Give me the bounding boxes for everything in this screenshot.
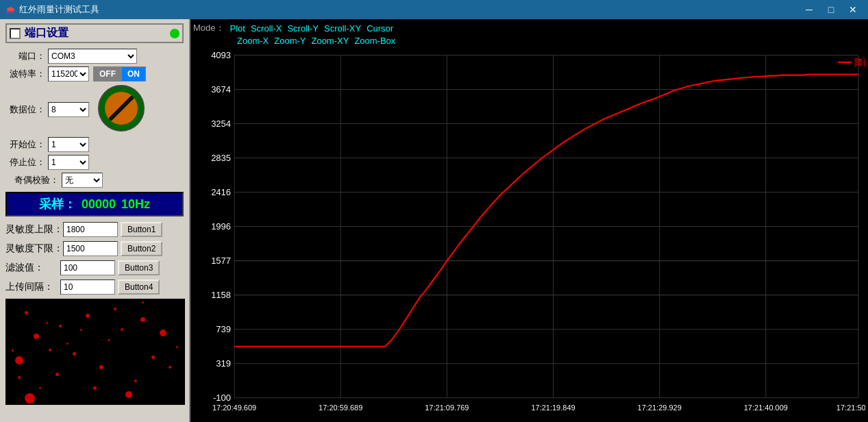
scatter-dot	[86, 314, 90, 318]
main-layout: 端口设置 端口： COM3 COM1 COM2 COM4 波特率： 115200…	[0, 19, 868, 422]
filter-input[interactable]	[60, 260, 115, 275]
svg-text:17:21:19.849: 17:21:19.849	[531, 404, 575, 412]
databits-row: 数据位： 8 7	[5, 84, 184, 134]
parity-select[interactable]: 无 奇 偶	[62, 173, 103, 188]
scatter-dot	[108, 339, 110, 341]
mode-scroll-y[interactable]: Scroll-Y	[287, 23, 319, 34]
filter-label: 滤波值：	[5, 262, 60, 274]
scatter-dot	[169, 366, 171, 369]
toggle-off[interactable]: OFF	[94, 67, 122, 81]
sampling-freq: 10Hz	[121, 197, 150, 212]
stopbit-row: 停止位： 1 2	[5, 155, 184, 170]
title-bar-buttons: ─ □ ✕	[799, 1, 863, 18]
toolbar-row1: Mode： Plot Scroll-X Scroll-Y Scroll-XY C…	[193, 22, 865, 34]
stopbit-select[interactable]: 1 2	[48, 155, 89, 170]
port-select[interactable]: COM3 COM1 COM2 COM4	[48, 49, 137, 64]
port-label: 端口：	[5, 50, 45, 62]
mode-cursor[interactable]: Cursor	[367, 23, 393, 34]
upload-interval-row: 上传间隔： Button4	[5, 280, 184, 295]
scatter-dot	[140, 317, 145, 322]
port-checkbox[interactable]	[10, 28, 21, 39]
onoff-toggle[interactable]: OFF ON	[93, 66, 146, 82]
mode-scroll-xy[interactable]: Scroll-XY	[324, 23, 361, 34]
app-title: 红外雨量计测试工具	[19, 3, 99, 16]
databits-label: 数据位：	[5, 103, 45, 116]
dial-svg	[97, 84, 145, 132]
scatter-dot	[125, 391, 132, 398]
scatter-dot	[80, 329, 82, 331]
svg-text:降雨量: 降雨量	[854, 58, 865, 68]
title-bar: 🌧 红外雨量计测试工具 ─ □ ✕	[0, 0, 868, 19]
mode-zoom-box[interactable]: Zoom-Box	[354, 36, 395, 46]
scatter-dot	[46, 322, 48, 324]
mode-zoom-y[interactable]: Zoom-Y	[274, 36, 306, 46]
left-panel: 端口设置 端口： COM3 COM1 COM2 COM4 波特率： 115200…	[0, 19, 190, 422]
svg-text:319: 319	[216, 358, 231, 369]
close-button[interactable]: ✕	[843, 1, 863, 18]
scatter-dot	[121, 328, 123, 331]
scatter-dot	[114, 308, 116, 310]
button4[interactable]: Button4	[118, 280, 160, 295]
scatter-dot	[25, 311, 28, 314]
scatter-dot	[93, 386, 97, 390]
scatter-dot	[151, 356, 155, 359]
databits-select[interactable]: 8 7	[48, 102, 89, 117]
startbit-select[interactable]: 1 0	[48, 137, 89, 152]
scatter-dot	[73, 352, 76, 356]
upload-interval-input[interactable]	[60, 280, 115, 295]
port-row: 端口： COM3 COM1 COM2 COM4	[5, 49, 184, 64]
chart-area: 4093 3674 3254 2835 2416 1996 1577 1158 …	[193, 48, 865, 419]
button1[interactable]: Button1	[121, 222, 162, 237]
scatter-plot	[5, 299, 185, 405]
scatter-dot	[59, 325, 62, 327]
mode-zoom-xy[interactable]: Zoom-XY	[311, 36, 349, 46]
svg-text:3254: 3254	[211, 118, 231, 128]
scatter-dot	[160, 330, 166, 336]
sampling-label: 采样：	[39, 196, 76, 212]
svg-text:17:21:29.929: 17:21:29.929	[638, 404, 682, 412]
toggle-on[interactable]: ON	[122, 67, 145, 81]
stopbit-label: 停止位：	[5, 156, 45, 169]
svg-text:17:20:59.689: 17:20:59.689	[319, 404, 362, 412]
mode-label: Mode：	[193, 22, 225, 34]
baudrate-label: 波特率：	[5, 68, 45, 80]
svg-text:17:21:50.089: 17:21:50.089	[836, 404, 865, 412]
section-title: 端口设置	[25, 26, 69, 40]
maximize-button[interactable]: □	[821, 1, 841, 18]
scatter-dot	[49, 349, 51, 351]
startbit-label: 开始位：	[5, 138, 45, 151]
filter-row: 滤波值： Button3	[5, 260, 184, 275]
startbit-row: 开始位： 1 0	[5, 137, 184, 152]
scatter-dot	[18, 376, 21, 379]
svg-text:2835: 2835	[211, 152, 231, 162]
dial-wrapper	[97, 84, 145, 134]
minimize-button[interactable]: ─	[799, 1, 819, 18]
svg-text:739: 739	[216, 324, 231, 334]
status-indicator	[170, 29, 179, 38]
button2[interactable]: Button2	[121, 241, 162, 256]
svg-text:1158: 1158	[211, 290, 231, 300]
svg-text:1996: 1996	[211, 221, 231, 232]
scatter-dot	[142, 301, 144, 303]
svg-text:1577: 1577	[211, 256, 231, 266]
sampling-value: 00000	[82, 197, 116, 212]
scatter-dot	[25, 393, 35, 404]
upload-interval-label: 上传间隔：	[5, 281, 60, 293]
svg-text:2416: 2416	[211, 186, 231, 197]
port-settings-header: 端口设置	[5, 23, 184, 43]
title-bar-left: 🌧 红外雨量计测试工具	[5, 3, 99, 16]
chart-panel: Mode： Plot Scroll-X Scroll-Y Scroll-XY C…	[190, 19, 868, 422]
mode-plot[interactable]: Plot	[230, 23, 245, 34]
svg-text:17:21:09.769: 17:21:09.769	[425, 404, 469, 412]
button3[interactable]: Button3	[118, 260, 160, 275]
mode-scroll-x[interactable]: Scroll-X	[251, 23, 282, 34]
mode-zoom-x[interactable]: Zoom-X	[237, 36, 269, 46]
scatter-dot	[15, 356, 23, 364]
sensitivity-upper-input[interactable]	[63, 222, 118, 237]
chart-svg: 4093 3674 3254 2835 2416 1996 1577 1158 …	[193, 48, 865, 419]
svg-text:4093: 4093	[211, 49, 231, 60]
baudrate-select[interactable]: 115200 9600 19200 38400	[48, 66, 89, 82]
app-icon: 🌧	[5, 4, 15, 15]
sensitivity-lower-input[interactable]	[63, 241, 118, 256]
sampling-row: 采样： 00000 10Hz	[5, 192, 184, 216]
